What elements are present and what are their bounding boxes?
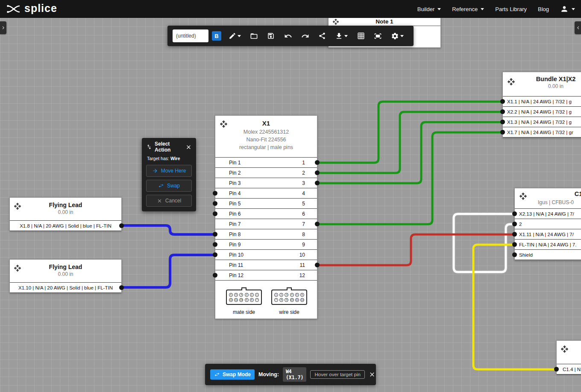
pin-row[interactable]: Pin 77: [215, 219, 317, 229]
pin-row[interactable]: Pin 55: [215, 199, 317, 209]
brand[interactable]: splice: [6, 3, 57, 15]
chevron-right-icon: [0, 25, 6, 31]
account-menu[interactable]: [560, 5, 575, 13]
move-icon[interactable]: [507, 78, 515, 86]
move-icon[interactable]: [332, 18, 339, 25]
pin-dot[interactable]: [213, 273, 217, 278]
wire-row[interactable]: X1.10 | N/A | 20 AWG | Solid | blue | FL…: [10, 283, 121, 293]
wire-row[interactable]: X1.1 | N/A | 24 AWG | 7/32 | g: [503, 97, 581, 107]
pin-row[interactable]: Pin 33: [215, 178, 317, 188]
wire-row[interactable]: 2: [515, 219, 581, 229]
pin-row[interactable]: Pin 66: [215, 209, 317, 219]
move-icon[interactable]: [14, 264, 21, 272]
pin-row[interactable]: Pin 88: [215, 229, 317, 240]
pin-dot[interactable]: [213, 242, 217, 247]
wire-dot[interactable]: [119, 223, 124, 228]
project-title-input[interactable]: (untitled): [173, 29, 208, 42]
pin-dot[interactable]: [213, 211, 217, 216]
fit-screen-button[interactable]: [374, 32, 382, 40]
pin-row[interactable]: Pin 1212: [215, 270, 317, 281]
pin-dot[interactable]: [315, 263, 320, 267]
pin-number: 1: [302, 160, 305, 166]
wire-dot[interactable]: [500, 130, 505, 135]
gear-icon: [391, 32, 399, 40]
cancel-button[interactable]: Cancel: [146, 195, 192, 207]
swap-button[interactable]: Swap: [146, 180, 192, 192]
redo-button[interactable]: [301, 32, 309, 40]
wire-dot[interactable]: [512, 211, 517, 216]
wire-dot[interactable]: [554, 367, 559, 372]
pin-row[interactable]: Pin 1010: [215, 250, 317, 260]
fit-screen-icon: [374, 32, 382, 40]
move-icon[interactable]: [14, 202, 21, 210]
pin-dot[interactable]: [315, 181, 320, 185]
nav-item-builder[interactable]: Builder: [417, 6, 441, 12]
wire-row[interactable]: C1.4 | N: [557, 364, 581, 374]
face-pin: 11: [234, 298, 238, 302]
pin-row[interactable]: Pin 22: [215, 168, 317, 178]
wire-dot[interactable]: [512, 242, 517, 247]
wire-dot[interactable]: [512, 252, 517, 257]
flying-lead-block: Flying Lead 0.00 in X1.8 | N/A | 20 AWG …: [9, 197, 122, 231]
save-button[interactable]: [267, 32, 275, 40]
share-button[interactable]: [318, 32, 326, 40]
wire-row[interactable]: X2.2 | N/A | 24 AWG | 7/32 | g: [503, 107, 581, 117]
wire-dot[interactable]: [500, 109, 505, 114]
wire-row[interactable]: X1.3 | N/A | 24 AWG | 7/32 | g: [503, 117, 581, 127]
wire-row[interactable]: X1.11 | N/A | 24 AWG | 7/: [515, 229, 581, 240]
pin-number: 9: [302, 242, 305, 248]
pin-row[interactable]: Pin 11: [215, 158, 317, 168]
wire-dot[interactable]: [119, 285, 124, 290]
move-icon[interactable]: [220, 120, 228, 128]
wire-dot[interactable]: [500, 120, 505, 124]
pin-dot[interactable]: [315, 160, 320, 165]
wire-row[interactable]: X1.7 | N/A | 24 AWG | 7/32 | gr: [503, 127, 581, 137]
pin-row[interactable]: Pin 1111: [215, 260, 317, 270]
x1-title: X1: [215, 116, 317, 127]
wire-dot[interactable]: [512, 222, 517, 226]
corner-block: C1.4 | N: [556, 340, 581, 374]
user-icon: [560, 5, 569, 13]
nav-item-reference[interactable]: Reference: [452, 6, 484, 12]
builder-badge[interactable]: B: [212, 31, 221, 41]
settings-button[interactable]: [391, 32, 404, 40]
wire-side-face: 123456789101112: [271, 290, 307, 305]
pin-dot[interactable]: [213, 191, 217, 196]
pin-label: Pin 11: [229, 262, 243, 268]
note-header[interactable]: Note 1: [329, 18, 440, 26]
pin-dot[interactable]: [213, 201, 217, 206]
pin-row[interactable]: Pin 44: [215, 188, 317, 199]
move-icon[interactable]: [519, 192, 527, 200]
pin-dot[interactable]: [315, 170, 320, 175]
pin-dot[interactable]: [213, 232, 217, 237]
pin-dot[interactable]: [213, 252, 217, 257]
move-icon[interactable]: [560, 345, 569, 353]
nav-item-blog[interactable]: Blog: [538, 6, 549, 12]
right-panel-toggle[interactable]: [575, 21, 581, 34]
grid-view-button[interactable]: [357, 32, 365, 40]
pin-label: Pin 10: [229, 252, 244, 258]
pin-row[interactable]: Pin 99: [215, 240, 317, 250]
swap-mode-badge[interactable]: Swap Mode: [210, 369, 255, 380]
open-button[interactable]: [250, 32, 258, 40]
move-here-button[interactable]: Move Here: [146, 165, 192, 177]
undo-button[interactable]: [284, 32, 292, 40]
wire-row[interactable]: Shield: [515, 250, 581, 260]
flying-lead-length: 0.00 in: [10, 271, 121, 277]
face-pin: 9: [285, 298, 288, 302]
wire-dot[interactable]: [512, 232, 517, 237]
wire-row[interactable]: X1.8 | N/A | 20 AWG | Solid | blue | FL-…: [10, 221, 121, 231]
close-status-button[interactable]: [369, 371, 376, 378]
edit-button[interactable]: [229, 32, 241, 40]
wire-row[interactable]: X2.13 | N/A | 24 AWG | 7/: [515, 209, 581, 219]
face-pin: 5: [295, 293, 299, 297]
nav-item-parts-library[interactable]: Parts Library: [495, 6, 527, 12]
download-button[interactable]: [335, 32, 348, 40]
bundle-block: Bundle X1|X2 0.00 in X1.1 | N/A | 24 AWG…: [502, 72, 581, 138]
face-pin: 12: [229, 298, 233, 302]
wire-row[interactable]: FL-TIN | N/A | 24 AWG | 7.: [515, 240, 581, 250]
pin-dot[interactable]: [315, 222, 320, 226]
wire-dot[interactable]: [500, 99, 505, 104]
close-popup-button[interactable]: [185, 144, 192, 150]
left-panel-toggle[interactable]: [0, 21, 6, 34]
